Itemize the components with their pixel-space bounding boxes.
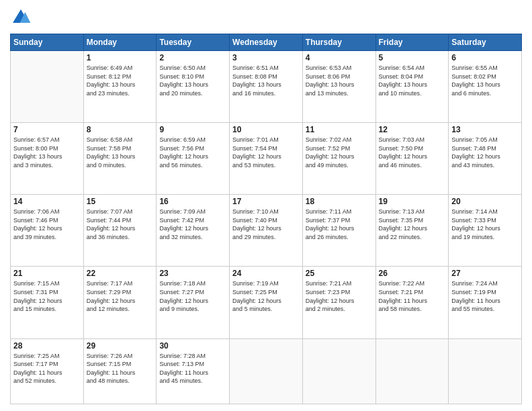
week-row-4: 21Sunrise: 7:15 AM Sunset: 7:31 PM Dayli… [11,267,522,338]
calendar-cell: 19Sunrise: 7:13 AM Sunset: 7:35 PM Dayli… [375,195,449,267]
day-number: 27 [451,269,519,278]
day-number: 18 [306,197,373,206]
day-info: Sunrise: 7:02 AM Sunset: 7:52 PM Dayligh… [306,136,373,169]
day-number: 7 [13,125,81,134]
day-number: 21 [13,269,81,278]
day-number: 15 [87,197,154,206]
weekday-header-thursday: Thursday [302,34,375,51]
day-number: 13 [451,125,519,134]
day-info: Sunrise: 7:22 AM Sunset: 7:21 PM Dayligh… [379,279,446,313]
calendar-cell: 27Sunrise: 7:24 AM Sunset: 7:19 PM Dayli… [449,267,522,338]
day-number: 25 [306,269,373,278]
day-number: 23 [159,269,226,278]
calendar-cell: 8Sunrise: 6:58 AM Sunset: 7:58 PM Daylig… [83,123,157,195]
calendar-cell: 26Sunrise: 7:22 AM Sunset: 7:21 PM Dayli… [375,267,449,338]
day-info: Sunrise: 7:25 AM Sunset: 7:17 PM Dayligh… [13,352,81,385]
calendar-cell [11,51,84,123]
day-number: 12 [379,125,446,134]
page: SundayMondayTuesdayWednesdayThursdayFrid… [0,0,532,411]
calendar-cell [375,338,449,404]
calendar-cell: 24Sunrise: 7:19 AM Sunset: 7:25 PM Dayli… [230,267,303,338]
calendar-cell: 14Sunrise: 7:06 AM Sunset: 7:46 PM Dayli… [11,195,84,267]
day-info: Sunrise: 7:14 AM Sunset: 7:33 PM Dayligh… [451,208,519,241]
weekday-header-row: SundayMondayTuesdayWednesdayThursdayFrid… [11,34,522,51]
week-row-5: 28Sunrise: 7:25 AM Sunset: 7:17 PM Dayli… [11,338,522,404]
day-info: Sunrise: 6:55 AM Sunset: 8:02 PM Dayligh… [451,64,519,97]
day-info: Sunrise: 7:01 AM Sunset: 7:54 PM Dayligh… [232,136,300,169]
weekday-header-sunday: Sunday [11,34,84,51]
day-info: Sunrise: 7:17 AM Sunset: 7:29 PM Dayligh… [87,279,154,313]
day-number: 5 [379,53,446,62]
day-number: 17 [232,197,300,206]
day-number: 11 [306,125,373,134]
calendar-cell: 28Sunrise: 7:25 AM Sunset: 7:17 PM Dayli… [11,338,84,404]
day-info: Sunrise: 7:06 AM Sunset: 7:46 PM Dayligh… [13,208,81,241]
calendar-table: SundayMondayTuesdayWednesdayThursdayFrid… [10,34,522,404]
calendar-cell: 17Sunrise: 7:10 AM Sunset: 7:40 PM Dayli… [230,195,303,267]
weekday-header-wednesday: Wednesday [230,34,303,51]
day-number: 6 [451,53,519,62]
calendar-cell: 9Sunrise: 6:59 AM Sunset: 7:56 PM Daylig… [157,123,230,195]
day-info: Sunrise: 7:18 AM Sunset: 7:27 PM Dayligh… [159,279,226,313]
day-info: Sunrise: 6:54 AM Sunset: 8:04 PM Dayligh… [379,64,446,97]
day-info: Sunrise: 7:13 AM Sunset: 7:35 PM Dayligh… [379,208,446,241]
day-number: 29 [87,341,154,351]
calendar-cell: 20Sunrise: 7:14 AM Sunset: 7:33 PM Dayli… [449,195,522,267]
header [10,7,522,28]
day-info: Sunrise: 6:59 AM Sunset: 7:56 PM Dayligh… [159,136,226,169]
calendar-cell: 16Sunrise: 7:09 AM Sunset: 7:42 PM Dayli… [157,195,230,267]
day-info: Sunrise: 6:49 AM Sunset: 8:12 PM Dayligh… [87,64,154,97]
logo-icon [10,7,32,28]
day-number: 9 [159,125,226,134]
calendar-cell [230,338,303,404]
calendar-cell: 7Sunrise: 6:57 AM Sunset: 8:00 PM Daylig… [11,123,84,195]
calendar-cell [302,338,375,404]
calendar-cell: 2Sunrise: 6:50 AM Sunset: 8:10 PM Daylig… [157,51,230,123]
calendar-cell: 23Sunrise: 7:18 AM Sunset: 7:27 PM Dayli… [157,267,230,338]
day-number: 19 [379,197,446,206]
calendar-cell: 3Sunrise: 6:51 AM Sunset: 8:08 PM Daylig… [230,51,303,123]
day-number: 16 [159,197,226,206]
calendar-cell: 12Sunrise: 7:03 AM Sunset: 7:50 PM Dayli… [375,123,449,195]
calendar-cell: 4Sunrise: 6:53 AM Sunset: 8:06 PM Daylig… [302,51,375,123]
calendar-cell: 22Sunrise: 7:17 AM Sunset: 7:29 PM Dayli… [83,267,157,338]
day-number: 20 [451,197,519,206]
day-info: Sunrise: 7:15 AM Sunset: 7:31 PM Dayligh… [13,279,81,313]
logo [10,7,34,28]
day-info: Sunrise: 7:26 AM Sunset: 7:15 PM Dayligh… [87,352,154,385]
week-row-2: 7Sunrise: 6:57 AM Sunset: 8:00 PM Daylig… [11,123,522,195]
day-info: Sunrise: 7:11 AM Sunset: 7:37 PM Dayligh… [306,208,373,241]
day-number: 2 [159,53,226,62]
calendar-cell: 10Sunrise: 7:01 AM Sunset: 7:54 PM Dayli… [230,123,303,195]
day-number: 26 [379,269,446,278]
calendar-cell: 30Sunrise: 7:28 AM Sunset: 7:13 PM Dayli… [157,338,230,404]
weekday-header-saturday: Saturday [449,34,522,51]
day-info: Sunrise: 7:03 AM Sunset: 7:50 PM Dayligh… [379,136,446,169]
day-number: 22 [87,269,154,278]
day-number: 1 [87,53,154,62]
day-info: Sunrise: 7:09 AM Sunset: 7:42 PM Dayligh… [159,208,226,241]
calendar-cell: 25Sunrise: 7:21 AM Sunset: 7:23 PM Dayli… [302,267,375,338]
calendar-cell: 6Sunrise: 6:55 AM Sunset: 8:02 PM Daylig… [449,51,522,123]
day-number: 30 [159,341,226,351]
week-row-3: 14Sunrise: 7:06 AM Sunset: 7:46 PM Dayli… [11,195,522,267]
weekday-header-monday: Monday [83,34,157,51]
calendar-cell: 15Sunrise: 7:07 AM Sunset: 7:44 PM Dayli… [83,195,157,267]
day-info: Sunrise: 7:05 AM Sunset: 7:48 PM Dayligh… [451,136,519,169]
calendar-cell: 11Sunrise: 7:02 AM Sunset: 7:52 PM Dayli… [302,123,375,195]
weekday-header-friday: Friday [375,34,449,51]
calendar-cell: 18Sunrise: 7:11 AM Sunset: 7:37 PM Dayli… [302,195,375,267]
calendar-cell: 21Sunrise: 7:15 AM Sunset: 7:31 PM Dayli… [11,267,84,338]
calendar-cell [449,338,522,404]
day-info: Sunrise: 7:07 AM Sunset: 7:44 PM Dayligh… [87,208,154,241]
day-info: Sunrise: 7:10 AM Sunset: 7:40 PM Dayligh… [232,208,300,241]
day-info: Sunrise: 7:21 AM Sunset: 7:23 PM Dayligh… [306,279,373,313]
calendar-cell: 5Sunrise: 6:54 AM Sunset: 8:04 PM Daylig… [375,51,449,123]
day-number: 4 [306,53,373,62]
day-number: 24 [232,269,300,278]
weekday-header-tuesday: Tuesday [157,34,230,51]
calendar-cell: 29Sunrise: 7:26 AM Sunset: 7:15 PM Dayli… [83,338,157,404]
day-info: Sunrise: 6:57 AM Sunset: 8:00 PM Dayligh… [13,136,81,169]
day-number: 28 [13,341,81,351]
day-info: Sunrise: 6:50 AM Sunset: 8:10 PM Dayligh… [159,64,226,97]
